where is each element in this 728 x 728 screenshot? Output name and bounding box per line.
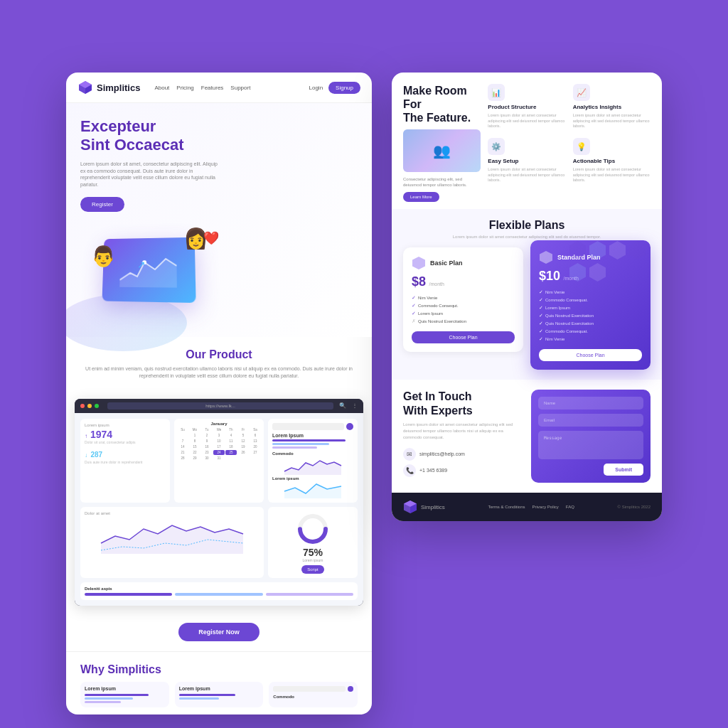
contact-title: Get In Touch With Experts <box>403 390 523 417</box>
hero-register-button[interactable]: Register <box>80 197 124 212</box>
dash-area-chart2 <box>272 481 353 498</box>
deleniti-bar2 <box>175 593 262 596</box>
features-learn-more-button[interactable]: Learn More <box>403 192 439 202</box>
dash-deleniti-bars <box>85 593 353 596</box>
footer-link-privacy[interactable]: Privacy Policy <box>532 505 559 509</box>
svg-marker-13 <box>609 241 626 259</box>
check-icon: ✓ <box>412 303 416 309</box>
feature-tips-text: Lorem ipsum dolor sit amet consectetur a… <box>573 167 651 183</box>
svg-marker-18 <box>540 251 552 264</box>
why-section: Why Simplitics Lorem ipsum Lorem ipsum <box>66 651 372 714</box>
basic-plan-name: Basic Plan <box>430 259 463 267</box>
cal-grid: Su Mo Tu We Th Fr Sa 123456 78910111213 … <box>177 427 261 461</box>
features-img-inner: 👥 <box>403 129 481 172</box>
why-bar3 <box>85 701 121 703</box>
contact-phone: +1 345 6389 <box>419 468 447 473</box>
footer-links: Terms & Conditions Privacy Policy FAQ <box>488 505 574 509</box>
svg-marker-11 <box>569 241 586 259</box>
feature-item-product-structure: 📊 Product Structure Lorem ipsum dolor si… <box>488 84 565 129</box>
feature-analytics-title: Analytics Insights <box>573 104 651 110</box>
why-bar4 <box>179 694 235 696</box>
why-search-bar <box>273 686 346 692</box>
basic-feature-2: ✓Commodo Consequt. <box>412 303 515 309</box>
cal-header-we: We <box>213 427 225 432</box>
nav-signup-button[interactable]: Signup <box>328 82 360 94</box>
features-main: Make Room For The Feature. 👥 Consectetur… <box>403 84 481 202</box>
why-card-3: Commodo <box>269 682 358 707</box>
dash-stat1-value: ↑ 1974 <box>85 429 166 440</box>
form-submit-button[interactable]: Submit <box>604 464 643 476</box>
titlebar-dot-red <box>80 404 85 408</box>
dash-search-row <box>272 423 353 430</box>
dash-chart-card: Dolor at amet <box>80 507 264 578</box>
nav-link-features[interactable]: Features <box>201 85 224 91</box>
dash-titlebar: https://www.lk... 🔍 ⋮ <box>75 399 363 413</box>
feature-item-analytics: 📈 Analytics Insights Lorem ipsum dolor s… <box>573 84 651 129</box>
feature-tips-title: Actionable Tips <box>573 158 651 164</box>
dash-chart-title: Dolor at amet <box>85 511 259 515</box>
svg-marker-8 <box>101 525 243 554</box>
register-now-wrap: Register Now <box>66 613 372 651</box>
dash-search-bar <box>272 423 344 430</box>
why-card-1: Lorem ipsum <box>80 682 169 707</box>
register-now-button[interactable]: Register Now <box>178 623 259 641</box>
nav-link-about[interactable]: About <box>154 85 169 91</box>
right-card: Make Room For The Feature. 👥 Consectetur… <box>392 73 662 521</box>
why-title-colored: Simplitics <box>107 663 161 675</box>
cal-header-tu: Tu <box>201 427 213 432</box>
dash-commodo-label: Commodo <box>272 451 353 456</box>
dash-donut-svg <box>295 511 331 547</box>
hex-bg-shapes <box>569 240 654 282</box>
feature-analytics-text: Lorem ipsum dolor sit amet consectetur a… <box>573 113 651 129</box>
iso-person-left: 👨 <box>91 245 116 268</box>
why-search-row <box>273 686 353 692</box>
footer-logo-icon <box>403 500 417 514</box>
footer-copyright: © Simplitics 2022 <box>618 505 651 509</box>
check-icon: ✓ <box>539 321 543 326</box>
why-title: Why Simplitics <box>80 663 358 676</box>
standard-plan-cta-button[interactable]: Choose Plan <box>539 349 642 361</box>
std-feature-6: ✓Commodo Consequat. <box>539 328 642 334</box>
dash-search-icon: 🔍 <box>339 402 346 409</box>
nav-link-support[interactable]: Support <box>230 85 250 91</box>
svg-marker-15 <box>569 263 586 282</box>
svg-marker-7 <box>284 484 341 498</box>
svg-marker-14 <box>629 241 646 259</box>
form-email-input[interactable] <box>538 414 643 427</box>
dash-menu-icon: ⋮ <box>352 402 358 409</box>
svg-marker-17 <box>412 257 425 269</box>
basic-plan-cta-button[interactable]: Choose Plan <box>412 331 515 343</box>
check-icon: ✓ <box>539 305 543 311</box>
check-icon: ✓ <box>412 311 416 316</box>
std-feature-4: ✓Quis Nostrud Exercitation <box>539 313 642 318</box>
why-cards: Lorem ipsum Lorem ipsum <box>80 682 358 707</box>
nav-link-pricing[interactable]: Pricing <box>176 85 193 91</box>
nav-login-link[interactable]: Login <box>309 85 323 91</box>
why-card-2-title: Lorem ipsum <box>179 686 259 691</box>
iso-icon1: ❤️ <box>203 230 219 246</box>
hero-description: Lorem ipsum dolor sit amet, consectetur … <box>80 161 223 188</box>
features-description: Consectetur adipiscing elit, sed deiusmo… <box>403 176 481 188</box>
left-card: Simplitics About Pricing Features Suppor… <box>66 73 372 714</box>
nav-links: About Pricing Features Support <box>154 85 250 91</box>
check-icon: ✓ <box>539 313 543 318</box>
dash-script-button[interactable]: Script <box>301 565 323 574</box>
footer-link-terms[interactable]: Terms & Conditions <box>488 505 525 509</box>
dash-bar3 <box>272 446 317 449</box>
contact-email-item: ✉ simplitics@help.com <box>403 448 523 461</box>
cal-header-th: Th <box>225 427 237 432</box>
feature-easy-setup-text: Lorem ipsum dolor sit amet consectetur a… <box>488 167 565 183</box>
why-commodo-label: Commodo <box>273 695 353 699</box>
plans-section: Flexible Plans Lorem ipsum dolor sit ame… <box>392 209 662 380</box>
cal-header-mo: Mo <box>189 427 200 432</box>
check-icon: ✓ <box>539 336 543 342</box>
dash-line-chart-svg <box>85 518 259 554</box>
basic-plan-card: Basic Plan $8 /month ✓Nim Venie ✓Commodo… <box>403 247 523 352</box>
basic-plan-price: $8 <box>412 274 426 289</box>
form-name-input[interactable] <box>538 397 643 410</box>
form-message-input[interactable] <box>538 431 643 459</box>
why-bar2 <box>85 697 133 700</box>
nav-logo: Simplitics <box>77 80 140 95</box>
footer-link-faq[interactable]: FAQ <box>566 505 574 509</box>
hero-illustration: 👩 👨 ❤️ ↗ <box>80 223 223 337</box>
